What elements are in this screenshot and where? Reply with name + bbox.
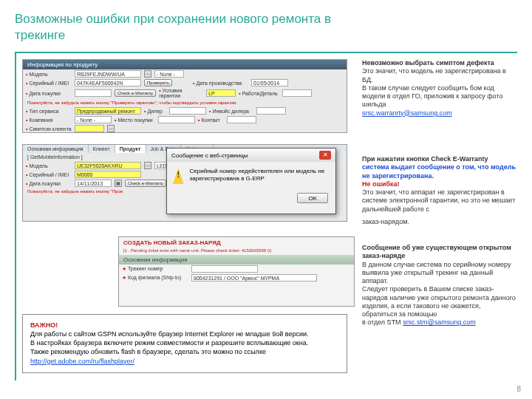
page-title: Возможные ошибки при сохранении нового р… xyxy=(15,11,384,44)
screenshot-product-info: Информация по продукту Модель RB29FEJNDW… xyxy=(22,59,347,133)
webpage-message-dialog: Сообщение с веб-страницы ✕ Серийный номе… xyxy=(166,148,336,214)
lookup-icon[interactable]: ⋯ xyxy=(107,125,115,132)
warranty-email-link[interactable]: srsc.warranrty@samsung.com xyxy=(362,109,452,117)
company-input[interactable]: - None - xyxy=(75,116,112,123)
svc-type-label: Тип сервиса xyxy=(26,109,72,114)
flashplayer-link[interactable]: http://get.adobe.com/ru/flashplayer/ xyxy=(30,358,134,365)
stm-email-link[interactable]: srsc.stm@samsung.com xyxy=(403,318,476,326)
dealer-label: Дилер xyxy=(144,109,166,114)
dialog-message: Серийный номер недействителен или модель… xyxy=(190,168,330,183)
contact-input[interactable] xyxy=(227,116,256,123)
mfg-date-input[interactable]: 01/05/2014 xyxy=(251,79,288,86)
verify-button[interactable]: Проверить xyxy=(144,79,172,86)
important-line: Также рекомендую обновить flash в браузе… xyxy=(30,347,339,356)
lookup-icon[interactable]: ⋯ xyxy=(144,162,151,169)
panel-header: Информация по продукту xyxy=(23,60,347,69)
explanation-text: заказ-нарядом. xyxy=(362,218,517,226)
tab-client[interactable]: Клиент xyxy=(89,145,115,153)
mfg-date-label: Дата производства xyxy=(193,81,248,86)
explanation-heading: Невозможно выбрать симптом дефекта xyxy=(362,59,517,67)
contact-label: Контакт xyxy=(198,117,224,123)
important-note: ВАЖНО! Для работы с сайтом GSPN использу… xyxy=(22,314,347,373)
explanation-text: Это значит, что модель не зарегистрирова… xyxy=(362,67,517,84)
model-input[interactable]: UE32F5020AKXRU xyxy=(75,162,141,169)
buyplace-label: Место покупки xyxy=(115,117,155,123)
important-title: ВАЖНО! xyxy=(30,321,339,330)
buyplace-input[interactable] xyxy=(158,116,195,123)
model-extra[interactable]: - None - xyxy=(154,70,184,78)
explanation-text: В данном случае система по серийному ном… xyxy=(362,261,517,286)
shipto-label: Код филиала (Ship-to) xyxy=(122,275,188,281)
model-input[interactable]: RB29FEJNDWW/UA xyxy=(75,70,141,78)
explanation-text: Это значит, что аппарат не зарегистриров… xyxy=(362,188,517,214)
shipto-input[interactable]: 8004231291 / ООО "Армос" МУРМА xyxy=(191,274,317,282)
section-header: Основная информация xyxy=(119,255,354,265)
dealer-invoice-label: Инвойс дилера xyxy=(209,109,253,114)
page-number: 8 xyxy=(516,385,521,393)
tab-main-info[interactable]: Основная информация xyxy=(23,145,89,153)
model-label: Модель xyxy=(26,72,72,77)
explanation-text: Следует проверить в Вашем списке заказ-н… xyxy=(362,285,517,318)
symptom-input[interactable] xyxy=(75,125,104,132)
explanation-ewarranty: При нажатии кнопки Check E-Warranty сист… xyxy=(362,155,517,226)
explanation-heading: При нажатии кнопки Check E-Warranty xyxy=(362,155,517,163)
serial-input[interactable]: 047K4EAF500042N xyxy=(75,79,141,86)
tracking-input[interactable] xyxy=(191,265,258,273)
explanation-heading: Сообщение об уже существующем открытом з… xyxy=(362,244,517,261)
calendar-icon[interactable]: ▦ xyxy=(115,180,122,187)
important-line: Для работы с сайтом GSPN используйте бра… xyxy=(30,330,339,338)
explanation-subhead: система выдает сообщение о том, что моде… xyxy=(362,163,517,180)
warning-icon xyxy=(173,168,184,184)
create-order-title: СОЗДАТЬ НОВЫЙ ЗАКАЗ-НАРЯД xyxy=(119,237,354,248)
svc-type-input[interactable]: Предпродажный ремонт xyxy=(75,107,141,115)
serial-input[interactable]: M0000 xyxy=(75,171,141,178)
buy-date-label: Дата покупки xyxy=(26,91,72,96)
dealer-invoice-input[interactable] xyxy=(256,107,286,115)
important-line: В настройках браузера включите режим сов… xyxy=(30,338,339,347)
screenshot-create-order: СОЗДАТЬ НОВЫЙ ЗАКАЗ-НАРЯД [1 . Pending t… xyxy=(118,236,355,307)
model-label: Модель xyxy=(26,163,72,168)
dealer-input[interactable] xyxy=(169,107,206,115)
serial-label: Серийный / IMEI xyxy=(26,81,72,86)
not-error-label: Не ошибка! xyxy=(362,180,517,188)
work-label: Работа/Деталь xyxy=(239,91,279,96)
check-ewarranty-button[interactable]: Check e-Warranty xyxy=(115,89,156,97)
ok-button[interactable]: OK xyxy=(297,193,328,203)
work-input[interactable] xyxy=(282,89,312,97)
warranty-warning: Пожалуйста, не забудьте нажать кнопку "П… xyxy=(23,99,347,106)
check-ewarranty-button[interactable]: Check e-Warranty xyxy=(125,180,166,187)
explanation-existing-order: Сообщение об уже существующем открытом з… xyxy=(362,244,517,327)
serial-label: Серийный / IMEI xyxy=(26,172,72,177)
explanation-symptom: Невозможно выбрать симптом дефекта Это з… xyxy=(362,59,517,117)
buy-date-input[interactable]: 14/11/2013 xyxy=(75,180,112,187)
warranty-label: Условия гарантии xyxy=(159,88,203,98)
tracking-label: Трекинг номер xyxy=(122,266,188,272)
company-label: Компания xyxy=(26,117,72,123)
symptom-label: Симптом клиента xyxy=(26,126,72,132)
buy-date-label: Дата покупки xyxy=(26,181,72,186)
warranty-input[interactable]: LP xyxy=(206,89,236,97)
buy-date-input[interactable] xyxy=(75,89,112,97)
pending-ticket-warning: [1 . Pending ticket exist with same unit… xyxy=(119,248,354,255)
explanation-text: В таком случае следует сообщить бом код … xyxy=(362,84,517,109)
explanation-text: в отдел STM xyxy=(362,318,403,326)
tab-product[interactable]: Продукт xyxy=(115,145,146,153)
close-icon[interactable]: ✕ xyxy=(319,151,331,160)
lookup-icon[interactable]: ⋯ xyxy=(144,70,151,78)
dialog-title: Сообщение с веб-страницы xyxy=(171,152,248,159)
